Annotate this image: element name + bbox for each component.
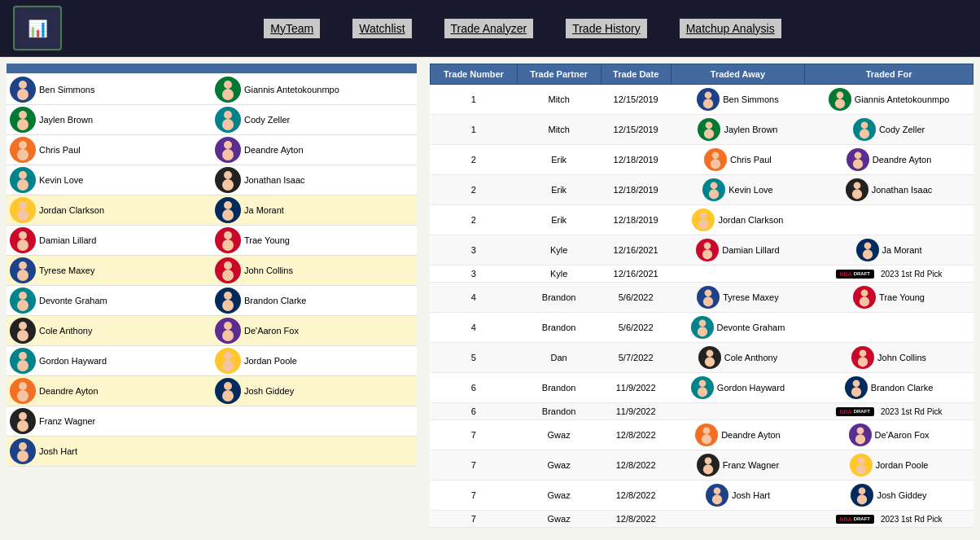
- traded-away-cell: Cole Anthony: [7, 316, 212, 345]
- svg-point-19: [222, 209, 234, 221]
- svg-point-10: [224, 141, 232, 149]
- history-traded-away: Tyrese Maxey: [671, 283, 804, 313]
- player-name: De'Aaron Fox: [244, 326, 299, 336]
- player-name: Jonathan Isaac: [244, 175, 305, 185]
- trade-date: 11/9/2022: [601, 403, 671, 420]
- draft-pick-label: 2023 1st Rd Pick: [881, 407, 943, 416]
- history-row: 6Brandon11/9/2022NBA DRAFT2023 1st Rd Pi…: [431, 403, 973, 420]
- trade-date: 12/18/2019: [601, 205, 671, 235]
- svg-point-81: [698, 387, 707, 397]
- svg-point-56: [712, 151, 720, 159]
- logo: 📊: [13, 6, 62, 50]
- player-name: Josh Hart: [39, 446, 77, 456]
- history-traded-away: Kevin Love: [671, 175, 804, 205]
- history-row: 4Brandon5/6/2022Devonte Graham: [431, 313, 973, 343]
- player-name: Jordan Clarkson: [39, 205, 104, 215]
- left-panel-rows: Ben SimmonsGiannis AntetokounmpoJaylen B…: [7, 75, 417, 467]
- traded-away-cell: Franz Wagner: [7, 406, 212, 436]
- history-traded-away: Gordon Hayward: [671, 373, 804, 403]
- svg-point-25: [17, 270, 28, 281]
- history-traded-for: [805, 313, 973, 343]
- player-name: Jordan Poole: [244, 356, 297, 366]
- svg-point-40: [19, 382, 27, 390]
- player-name: Cody Zeller: [244, 115, 290, 125]
- traded-away-cell: Devonte Graham: [7, 286, 212, 315]
- svg-point-52: [706, 121, 713, 129]
- svg-point-67: [702, 249, 712, 259]
- trade-history-panel: Trade NumberTrade PartnerTrade DateTrade…: [423, 57, 980, 540]
- nav-trade-analyzer[interactable]: Trade Analyzer: [444, 19, 534, 38]
- nav-matchup-analysis[interactable]: Matchup Analysis: [680, 19, 781, 38]
- history-traded-away: Devonte Graham: [671, 313, 804, 343]
- trade-date: 12/8/2022: [601, 420, 671, 450]
- left-panel-row: Deandre AytonJosh Giddey: [7, 376, 417, 406]
- svg-point-82: [852, 380, 860, 387]
- col-traded-away-header: [7, 64, 212, 73]
- trade-partner: Erik: [517, 205, 601, 235]
- player-name: Deandre Ayton: [244, 145, 304, 155]
- trade-date: 5/6/2022: [601, 313, 671, 343]
- trade-date: 12/15/2019: [601, 115, 671, 145]
- player-name: Jaylen Brown: [39, 115, 93, 125]
- traded-away-cell: Chris Paul: [7, 135, 212, 165]
- svg-point-63: [852, 189, 862, 199]
- svg-point-0: [19, 81, 27, 89]
- player-name: Josh Giddey: [244, 386, 294, 396]
- left-panel-row: Gordon HaywardJordan Poole: [7, 346, 417, 376]
- trade-number: 3: [431, 235, 518, 266]
- trade-number: 6: [431, 373, 518, 403]
- svg-point-33: [17, 330, 28, 341]
- trade-partner: Brandon: [517, 373, 601, 403]
- left-panel-row: Tyrese MaxeyJohn Collins: [7, 256, 417, 286]
- nav-myteam[interactable]: MyTeam: [264, 19, 320, 38]
- history-traded-away: Cole Anthony: [671, 343, 804, 373]
- history-traded-for: NBA DRAFT2023 1st Rd Pick: [805, 511, 973, 528]
- svg-point-74: [698, 319, 706, 327]
- svg-point-18: [224, 201, 232, 209]
- player-name: Giannis Antetokounmpo: [855, 94, 950, 104]
- trade-partner: Gwaz: [517, 450, 601, 481]
- history-row: 4Brandon5/6/2022Tyrese MaxeyTrae Young: [431, 283, 973, 313]
- player-name: Cole Anthony: [39, 326, 92, 336]
- header: 📊 MyTeamWatchlistTrade AnalyzerTrade His…: [0, 0, 980, 57]
- left-panel-row: Franz Wagner: [7, 406, 417, 437]
- svg-point-8: [19, 141, 27, 149]
- history-traded-for: John Collins: [805, 343, 973, 373]
- svg-point-26: [224, 261, 232, 270]
- svg-point-80: [698, 380, 706, 387]
- trade-number: 7: [431, 450, 518, 481]
- traded-away-cell: Kevin Love: [7, 165, 212, 195]
- history-row: 6Brandon11/9/2022Gordon HaywardBrandon C…: [431, 373, 973, 403]
- trade-partner: Brandon: [517, 403, 601, 420]
- trade-partner: Kyle: [517, 235, 601, 266]
- trade-number: 2: [431, 145, 518, 175]
- trade-partner: Mitch: [517, 85, 601, 115]
- trade-date: 5/7/2022: [601, 343, 671, 373]
- svg-point-29: [17, 300, 28, 311]
- history-traded-for: NBA DRAFT2023 1st Rd Pick: [805, 403, 973, 420]
- player-name: Jordan Clarkson: [718, 215, 783, 225]
- svg-point-13: [17, 179, 28, 191]
- nav-trade-history[interactable]: Trade History: [566, 19, 647, 38]
- svg-point-45: [17, 420, 28, 432]
- svg-point-2: [224, 81, 232, 89]
- left-panel-row: Jaylen BrownCody Zeller: [7, 105, 417, 135]
- svg-point-30: [224, 292, 232, 300]
- svg-point-23: [222, 239, 234, 251]
- nav-watchlist[interactable]: Watchlist: [352, 19, 411, 38]
- trade-date: 12/18/2019: [601, 175, 671, 205]
- svg-point-69: [862, 249, 872, 259]
- player-name: Ben Simmons: [39, 85, 94, 94]
- svg-point-65: [698, 219, 708, 229]
- player-name: Kevin Love: [39, 175, 83, 185]
- left-panel-row: Cole AnthonyDe'Aaron Fox: [7, 316, 417, 346]
- svg-point-41: [17, 390, 28, 402]
- svg-point-49: [703, 99, 713, 108]
- trade-date: 12/8/2022: [601, 450, 671, 481]
- svg-point-58: [854, 151, 861, 159]
- col-traded-for-header: [212, 64, 417, 73]
- history-traded-for: De'Aaron Fox: [805, 420, 973, 450]
- player-name: Deandre Ayton: [39, 386, 98, 396]
- history-traded-away: Franz Wagner: [671, 450, 804, 481]
- draft-pick-label: 2023 1st Rd Pick: [881, 270, 943, 279]
